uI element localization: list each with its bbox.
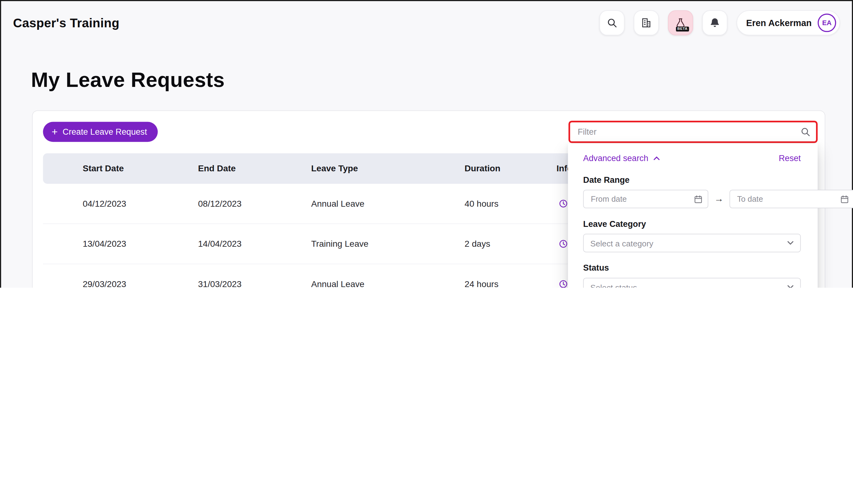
calendar-icon[interactable] [840, 194, 849, 203]
user-name: Eren Ackerman [746, 18, 812, 28]
cell-end-date: 14/04/2023 [198, 239, 311, 249]
chevron-down-icon [787, 241, 794, 245]
to-date-input[interactable] [736, 194, 840, 204]
chevron-down-icon [787, 285, 794, 288]
create-leave-request-label: Create Leave Request [63, 127, 147, 137]
cell-duration: 24 hours [465, 279, 557, 288]
building-icon [641, 17, 651, 28]
cell-leave-type: Annual Leave [311, 279, 465, 288]
column-leave-type: Leave Type [311, 164, 465, 174]
plus-icon: + [52, 126, 57, 137]
cell-start-date: 04/12/2023 [43, 199, 198, 209]
bell-icon [709, 17, 720, 28]
page-title: My Leave Requests [31, 69, 225, 92]
create-leave-request-button[interactable]: + Create Leave Request [43, 122, 158, 142]
page: Casper's Training BETA Eren Ackerman EA … [0, 0, 853, 288]
reset-button[interactable]: Reset [779, 153, 801, 163]
clock-icon[interactable] [559, 279, 568, 288]
column-start-date: Start Date [43, 164, 198, 174]
leave-category-select[interactable]: Select a category [583, 234, 801, 252]
search-icon [606, 17, 617, 28]
date-range-row: → [583, 190, 801, 208]
date-range-label: Date Range [583, 175, 801, 185]
user-menu-button[interactable]: Eren Ackerman EA [736, 10, 840, 35]
cell-duration: 40 hours [465, 199, 557, 209]
top-bar-actions: BETA Eren Ackerman EA [599, 10, 840, 35]
clock-icon[interactable] [559, 199, 568, 208]
column-end-date: End Date [198, 164, 311, 174]
cell-end-date: 08/12/2023 [198, 199, 311, 209]
advanced-search-panel: Advanced search Reset Date Range → Leave… [568, 143, 818, 288]
to-date-field [729, 190, 853, 208]
status-label: Status [583, 263, 801, 273]
cell-duration: 2 days [465, 239, 557, 249]
arrow-right-icon: → [714, 194, 724, 204]
top-bar: Casper's Training BETA Eren Ackerman EA [0, 0, 853, 46]
stage: Casper's Training BETA Eren Ackerman EA … [0, 0, 853, 288]
advanced-search-label: Advanced search [583, 153, 648, 163]
avatar: EA [818, 14, 836, 32]
leave-category-placeholder: Select a category [590, 238, 653, 248]
from-date-field [583, 190, 708, 208]
beta-features-button[interactable]: BETA [668, 10, 693, 35]
notifications-button[interactable] [702, 10, 727, 35]
advanced-search-header: Advanced search Reset [583, 152, 801, 164]
calendar-icon[interactable] [694, 194, 703, 203]
clock-icon[interactable] [559, 239, 568, 249]
cell-start-date: 29/03/2023 [43, 279, 198, 288]
status-select[interactable]: Select status [583, 278, 801, 288]
cell-leave-type: Training Leave [311, 239, 465, 249]
cell-end-date: 31/03/2023 [198, 279, 311, 288]
global-search-button[interactable] [599, 10, 624, 35]
chevron-up-icon [653, 156, 660, 160]
status-placeholder: Select status [590, 283, 637, 288]
filter-input-highlight [569, 121, 818, 143]
app-title: Casper's Training [13, 16, 119, 30]
advanced-search-toggle[interactable]: Advanced search [583, 153, 660, 163]
cell-leave-type: Annual Leave [311, 199, 465, 209]
cell-start-date: 13/04/2023 [43, 239, 198, 249]
from-date-input[interactable] [590, 194, 693, 204]
filter-search-icon [800, 127, 811, 137]
filter-input[interactable] [576, 126, 800, 137]
beta-badge: BETA [676, 26, 689, 32]
column-duration: Duration [465, 164, 557, 174]
organisation-button[interactable] [633, 10, 659, 35]
leave-category-label: Leave Category [583, 219, 801, 229]
